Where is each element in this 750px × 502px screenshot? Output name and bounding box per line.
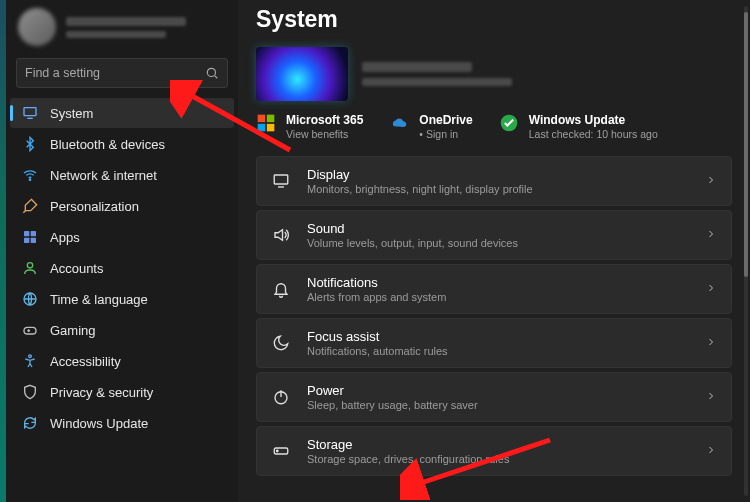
svg-rect-20 — [274, 175, 288, 184]
row-title: Storage — [307, 437, 689, 452]
device-name-block[interactable] — [362, 62, 512, 86]
onedrive-icon — [389, 113, 409, 133]
svg-line-1 — [215, 76, 218, 79]
sidebar-item-label: Accounts — [50, 261, 103, 276]
chevron-right-icon — [705, 442, 717, 460]
sidebar-item-label: Accessibility — [50, 354, 121, 369]
promo-cards: Microsoft 365 View benefits OneDrive • S… — [256, 113, 732, 140]
svg-rect-5 — [24, 231, 29, 236]
bluetooth-icon — [22, 136, 38, 152]
row-sub: Volume levels, output, input, sound devi… — [307, 237, 689, 249]
sidebar-item-label: Apps — [50, 230, 80, 245]
update-check-icon — [499, 113, 519, 133]
card-onedrive[interactable]: OneDrive • Sign in — [389, 113, 472, 140]
row-sub: Storage space, drives, configuration rul… — [307, 453, 689, 465]
globe-icon — [22, 291, 38, 307]
sound-icon — [271, 225, 291, 245]
svg-rect-17 — [258, 124, 266, 131]
sidebar-item-time-language[interactable]: Time & language — [10, 284, 234, 314]
row-sub: Sleep, battery usage, battery saver — [307, 399, 689, 411]
row-storage[interactable]: Storage Storage space, drives, configura… — [256, 426, 732, 476]
sidebar-item-privacy[interactable]: Privacy & security — [10, 377, 234, 407]
row-title: Power — [307, 383, 689, 398]
svg-point-14 — [29, 355, 32, 358]
shield-icon — [22, 384, 38, 400]
row-focus-assist[interactable]: Focus assist Notifications, automatic ru… — [256, 318, 732, 368]
profile-text — [66, 17, 186, 38]
chevron-right-icon — [705, 388, 717, 406]
row-display[interactable]: Display Monitors, brightness, night ligh… — [256, 156, 732, 206]
sidebar-item-bluetooth[interactable]: Bluetooth & devices — [10, 129, 234, 159]
chevron-right-icon — [705, 334, 717, 352]
svg-point-4 — [29, 179, 30, 180]
row-sub: Notifications, automatic rules — [307, 345, 689, 357]
chevron-right-icon — [705, 280, 717, 298]
desktop-wallpaper-preview[interactable] — [256, 47, 348, 101]
chevron-right-icon — [705, 226, 717, 244]
sidebar-item-accounts[interactable]: Accounts — [10, 253, 234, 283]
wifi-icon — [22, 167, 38, 183]
svg-rect-18 — [267, 124, 275, 131]
sidebar-item-accessibility[interactable]: Accessibility — [10, 346, 234, 376]
sidebar-item-system[interactable]: System — [10, 98, 234, 128]
row-sound[interactable]: Sound Volume levels, output, input, soun… — [256, 210, 732, 260]
card-windows-update[interactable]: Windows Update Last checked: 10 hours ag… — [499, 113, 658, 140]
brush-icon — [22, 198, 38, 214]
card-title: OneDrive — [419, 113, 472, 127]
sidebar-item-network[interactable]: Network & internet — [10, 160, 234, 190]
apps-icon — [22, 229, 38, 245]
avatar — [18, 8, 56, 46]
accounts-icon — [22, 260, 38, 276]
row-notifications[interactable]: Notifications Alerts from apps and syste… — [256, 264, 732, 314]
row-title: Display — [307, 167, 689, 182]
device-hero — [256, 47, 732, 101]
row-title: Focus assist — [307, 329, 689, 344]
scrollbar[interactable] — [744, 6, 748, 496]
sidebar-item-personalization[interactable]: Personalization — [10, 191, 234, 221]
profile-header[interactable] — [6, 8, 238, 56]
sidebar: Find a setting System Bluetooth & device… — [6, 0, 238, 502]
sidebar-item-windows-update[interactable]: Windows Update — [10, 408, 234, 438]
search-input[interactable]: Find a setting — [16, 58, 228, 88]
sidebar-nav: System Bluetooth & devices Network & int… — [6, 98, 238, 438]
microsoft-365-icon — [256, 113, 276, 133]
sidebar-item-label: Bluetooth & devices — [50, 137, 165, 152]
sidebar-item-label: Gaming — [50, 323, 96, 338]
row-sub: Monitors, brightness, night light, displ… — [307, 183, 689, 195]
svg-point-9 — [27, 263, 32, 268]
window-edge-accent — [0, 0, 6, 502]
sidebar-item-label: Network & internet — [50, 168, 157, 183]
svg-rect-7 — [24, 238, 29, 243]
storage-icon — [271, 441, 291, 461]
svg-rect-15 — [258, 115, 266, 123]
svg-point-25 — [277, 450, 279, 452]
svg-rect-8 — [31, 238, 36, 243]
settings-list: Display Monitors, brightness, night ligh… — [256, 156, 732, 476]
card-title: Windows Update — [529, 113, 658, 127]
row-title: Notifications — [307, 275, 689, 290]
chevron-right-icon — [705, 172, 717, 190]
row-sub: Alerts from apps and system — [307, 291, 689, 303]
search-placeholder: Find a setting — [25, 66, 100, 80]
settings-app: Find a setting System Bluetooth & device… — [6, 0, 750, 502]
svg-rect-6 — [31, 231, 36, 236]
sidebar-item-gaming[interactable]: Gaming — [10, 315, 234, 345]
card-sub: View benefits — [286, 128, 363, 140]
scrollbar-thumb[interactable] — [744, 12, 748, 277]
sidebar-item-label: Time & language — [50, 292, 148, 307]
sidebar-item-apps[interactable]: Apps — [10, 222, 234, 252]
power-icon — [271, 387, 291, 407]
moon-icon — [271, 333, 291, 353]
main-content: System Microsoft 365 View benefits — [238, 0, 750, 502]
accessibility-icon — [22, 353, 38, 369]
sidebar-item-label: System — [50, 106, 93, 121]
display-icon — [22, 105, 38, 121]
gaming-icon — [22, 322, 38, 338]
svg-rect-16 — [267, 115, 275, 123]
search-icon — [205, 66, 219, 80]
card-microsoft-365[interactable]: Microsoft 365 View benefits — [256, 113, 363, 140]
update-icon — [22, 415, 38, 431]
card-title: Microsoft 365 — [286, 113, 363, 127]
row-power[interactable]: Power Sleep, battery usage, battery save… — [256, 372, 732, 422]
svg-point-0 — [207, 68, 215, 76]
